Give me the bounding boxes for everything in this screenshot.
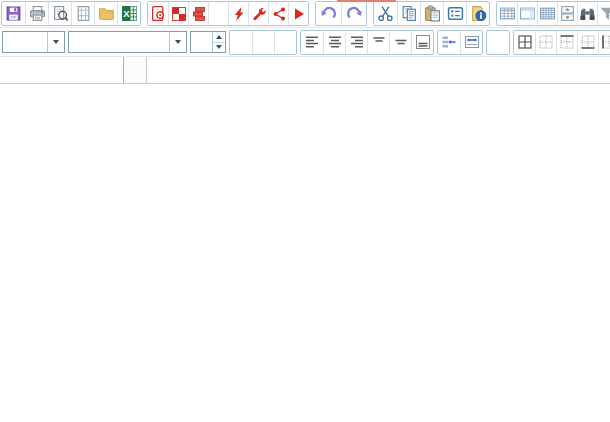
share-button[interactable] [268, 2, 288, 25]
align-center-button[interactable] [323, 31, 345, 54]
toolbar-group-tools [147, 1, 309, 26]
copy-icon [401, 5, 418, 22]
toolbar-group-sum [486, 30, 510, 55]
align-left-button[interactable] [301, 31, 323, 54]
print-icon [29, 5, 46, 22]
size-up-button[interactable] [213, 32, 225, 43]
cut-button[interactable] [374, 2, 397, 25]
font-size-spinner[interactable] [190, 31, 226, 53]
toolbar-format [0, 28, 610, 57]
valign-middle-button[interactable] [389, 31, 411, 54]
report-settings-button[interactable] [148, 2, 168, 25]
toolbar-group-view [496, 1, 610, 26]
save-button[interactable] [2, 2, 25, 25]
run-button[interactable] [288, 2, 308, 25]
align-right-button[interactable] [345, 31, 367, 54]
font-size-value [191, 32, 212, 52]
find-button[interactable] [577, 2, 597, 25]
zoom-combo[interactable] [2, 31, 65, 53]
formula-input[interactable] [147, 57, 610, 83]
all-borders-button[interactable] [514, 31, 535, 54]
italic-button[interactable] [252, 31, 274, 54]
cell-reference-box[interactable] [0, 57, 124, 83]
bottom-border-button[interactable] [577, 31, 598, 54]
tools-button[interactable] [248, 2, 268, 25]
print-preview-icon [52, 5, 69, 22]
paste-button[interactable] [420, 2, 443, 25]
formula-bar [0, 57, 610, 84]
dense-table-button[interactable] [537, 2, 557, 25]
autosum-button[interactable] [487, 31, 509, 54]
red-artifact-line [337, 0, 396, 2]
underline-button[interactable] [274, 31, 296, 54]
row-spinner-button[interactable] [557, 2, 577, 25]
top-border-icon [559, 34, 575, 50]
size-down-button[interactable] [213, 43, 225, 53]
layers-button[interactable] [188, 2, 208, 25]
merge-cells-button[interactable] [438, 31, 460, 54]
run-icon [291, 6, 307, 22]
print-button[interactable] [25, 2, 48, 25]
run-script-button[interactable] [228, 2, 248, 25]
toolbar-group-font-style [229, 30, 297, 55]
table-view-button[interactable] [497, 2, 517, 25]
column-width-icon [464, 34, 480, 50]
undo-icon [320, 5, 337, 22]
bold-button[interactable] [230, 31, 252, 54]
zoom-value [3, 32, 47, 52]
sql-button[interactable] [208, 2, 228, 25]
font-combo[interactable] [68, 31, 187, 53]
filter-button[interactable] [597, 2, 610, 25]
open-folder-button[interactable] [94, 2, 117, 25]
document-info-button[interactable] [466, 2, 489, 25]
font-dropdown-button[interactable] [169, 32, 186, 52]
share-icon [271, 6, 287, 22]
align-left-icon [304, 34, 320, 50]
toolbar-group-alignment [300, 30, 434, 55]
excel-export-button[interactable]: X [117, 2, 140, 25]
table-view-icon [499, 5, 516, 22]
redo-icon [346, 5, 363, 22]
lightning-icon [231, 6, 247, 22]
valign-top-button[interactable] [367, 31, 389, 54]
checkerboard-button[interactable] [168, 2, 188, 25]
left-border-icon [601, 34, 610, 50]
paste-icon [424, 5, 441, 22]
layers-icon [191, 6, 207, 22]
font-name-value [69, 32, 169, 52]
copy-button[interactable] [397, 2, 420, 25]
valign-bottom-button[interactable] [411, 31, 433, 54]
panel-view-button[interactable] [517, 2, 537, 25]
fx-icon[interactable] [124, 57, 147, 83]
align-center-icon [327, 34, 343, 50]
page-setup-button[interactable] [71, 2, 94, 25]
binoculars-icon [579, 5, 596, 22]
dense-table-icon [539, 5, 556, 22]
panel-view-icon [519, 5, 536, 22]
toolbar-group-file: X [1, 1, 141, 26]
redo-button[interactable] [341, 2, 366, 25]
cut-icon [377, 5, 394, 22]
valign-top-icon [371, 34, 387, 50]
left-border-button[interactable] [598, 31, 610, 54]
page-setup-icon [75, 5, 92, 22]
form-properties-button[interactable] [443, 2, 466, 25]
toolbar-group-cells [437, 30, 483, 55]
align-right-icon [349, 34, 365, 50]
no-border-button[interactable] [535, 31, 556, 54]
filter-icon [599, 5, 610, 22]
checkerboard-icon [171, 6, 187, 22]
undo-button[interactable] [316, 2, 341, 25]
toolbar-group-borders [513, 30, 610, 55]
save-icon [5, 5, 22, 22]
all-borders-icon [517, 34, 533, 50]
zoom-dropdown-button[interactable] [47, 32, 64, 52]
valign-middle-icon [393, 34, 409, 50]
print-preview-button[interactable] [48, 2, 71, 25]
column-width-button[interactable] [460, 31, 482, 54]
report-gear-icon [150, 5, 167, 22]
spinner-icon [559, 5, 576, 22]
excel-icon: X [121, 5, 138, 22]
info-icon [470, 5, 487, 22]
top-border-button[interactable] [556, 31, 577, 54]
